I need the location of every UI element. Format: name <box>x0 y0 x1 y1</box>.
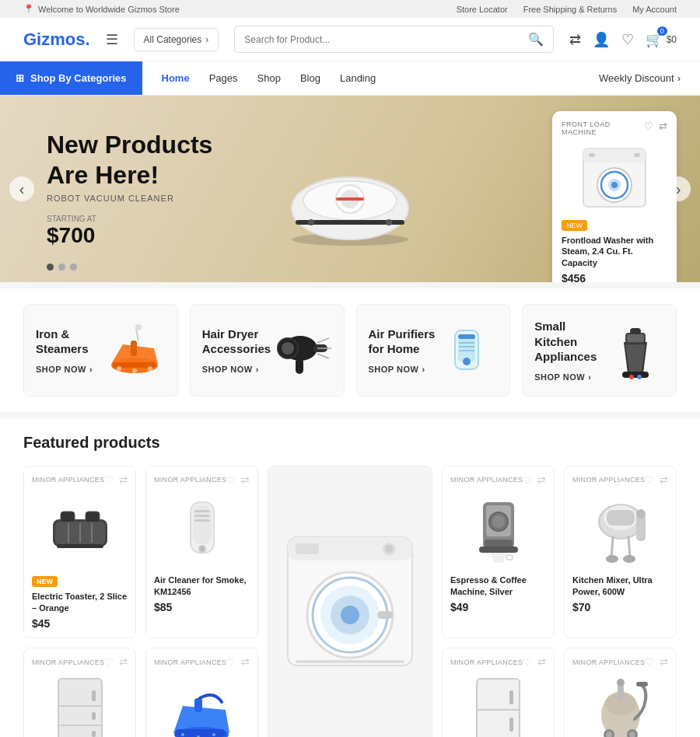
svg-rect-56 <box>57 544 103 548</box>
product-card-espresso[interactable]: MINOR APPLIANCES ♡ ⇄ <box>442 466 555 639</box>
svg-rect-7 <box>336 197 364 201</box>
svg-rect-65 <box>194 515 210 517</box>
svg-point-76 <box>341 606 359 624</box>
cat-link-kitchen[interactable]: SHOP NOW › <box>534 372 606 382</box>
prod-img-mixer <box>572 491 668 568</box>
cat-name-iron: Iron &Steamers <box>36 327 93 357</box>
dot-1[interactable] <box>47 264 54 271</box>
svg-point-95 <box>636 509 646 519</box>
cat-card-dryer[interactable]: Hair DryerAccessories SHOP NOW › <box>190 304 345 396</box>
exchange-icon-mixer[interactable]: ⇄ <box>660 474 668 486</box>
wishlist-icon-fridge3[interactable]: ♡ <box>104 656 114 668</box>
svg-rect-48 <box>630 328 641 334</box>
hero-card-badge: NEW <box>562 220 587 231</box>
category-dropdown[interactable]: All Categories › <box>134 28 219 51</box>
svg-rect-83 <box>485 540 513 547</box>
menu-icon[interactable]: ☰ <box>106 31 118 48</box>
exchange-icon[interactable]: ⇄ <box>569 31 581 48</box>
shop-by-categories-button[interactable]: ⊞ Shop By Categories <box>0 61 142 95</box>
nav-shop[interactable]: Shop <box>257 72 281 84</box>
product-card-vacuum[interactable]: MINOR APPLIANCES ♡ ⇄ <box>564 648 677 737</box>
hero-title: New ProductsAre Here! <box>47 130 212 190</box>
exchange-icon-toaster[interactable]: ⇄ <box>119 474 128 486</box>
cat-card-purifier[interactable]: Air Purifiersfor Home SHOP NOW › <box>356 304 511 396</box>
prod-name-mixer: Kitchen Mixer, Ultra Power, 600W <box>572 575 668 599</box>
exchange-icon-fridge2[interactable]: ⇄ <box>537 656 546 668</box>
prod-price-aircleaner: $85 <box>154 601 250 613</box>
category-grid: Iron &Steamers SHOP NOW › <box>23 304 677 396</box>
wishlist-icon-fridge2[interactable]: ♡ <box>523 656 532 668</box>
header: Gizmos. ☰ All Categories › 🔍 ⇄ 👤 ♡ 🛒0 $0 <box>0 18 700 61</box>
wishlist-icon-iron[interactable]: ♡ <box>226 656 236 668</box>
wishlist-icon-espresso[interactable]: ♡ <box>523 474 532 486</box>
cat-img-iron <box>103 319 166 381</box>
prod-icons-mixer: ♡ ⇄ <box>645 474 668 486</box>
nav-home[interactable]: Home <box>162 72 190 84</box>
search-input[interactable] <box>235 29 518 51</box>
prod-top-fridge3: MINOR APPLIANCES ♡ ⇄ <box>32 656 128 668</box>
cat-name-kitchen: Small KitchenAppliances <box>534 319 606 365</box>
product-card-washer[interactable]: SALE Front Load Washing Machine, 8kg $32… <box>268 466 432 738</box>
svg-rect-86 <box>506 555 513 560</box>
cat-img-dryer <box>271 319 333 381</box>
user-icon[interactable]: 👤 <box>593 31 610 48</box>
exchange-icon-iron[interactable]: ⇄ <box>241 656 250 668</box>
exchange-card-icon[interactable]: ⇄ <box>659 121 668 136</box>
prod-name-aircleaner: Air Cleaner for Smoke, KM12456 <box>154 575 250 599</box>
nav-landing[interactable]: Landing <box>340 72 376 84</box>
product-card-aircleaner[interactable]: MINOR APPLIANCES ♡ ⇄ Air Cleaner for Smo <box>145 466 258 639</box>
dot-2[interactable] <box>58 264 65 271</box>
nav-pages[interactable]: Pages <box>209 72 238 84</box>
svg-rect-43 <box>459 350 474 351</box>
store-locator[interactable]: Store Locator <box>457 5 508 14</box>
exchange-icon-espresso[interactable]: ⇄ <box>537 474 546 486</box>
nav-blog[interactable]: Blog <box>300 72 320 84</box>
cart-badge: 0 <box>657 26 667 36</box>
wishlist-icon-toaster[interactable]: ♡ <box>104 474 114 486</box>
hero-card-top: Front Load Machine ♡ ⇄ <box>562 121 667 136</box>
product-card-toaster[interactable]: MINOR APPLIANCES ♡ ⇄ NEW <box>23 466 136 639</box>
cat-card-kitchen[interactable]: Small KitchenAppliances SHOP NOW › <box>522 304 677 396</box>
wishlist-icon[interactable]: ♡ <box>621 31 634 48</box>
logo[interactable]: Gizmos. <box>23 30 90 50</box>
hero-next-button[interactable]: › <box>666 176 691 201</box>
prod-top-mixer: MINOR APPLIANCES ♡ ⇄ <box>572 474 668 486</box>
prod-label-vacuum: MINOR APPLIANCES <box>572 658 645 666</box>
svg-line-91 <box>628 537 630 558</box>
svg-point-16 <box>611 182 618 188</box>
product-card-fridge2[interactable]: MINOR APPLIANCES ♡ ⇄ 2 Door Fridge and F… <box>442 648 555 737</box>
product-card-fridge3[interactable]: MINOR APPLIANCES ♡ ⇄ 3 Door Fridge and F… <box>23 648 136 737</box>
svg-rect-18 <box>634 153 640 157</box>
wishlist-card-icon[interactable]: ♡ <box>644 121 654 136</box>
hero-prev-button[interactable]: ‹ <box>9 176 34 201</box>
prod-img-fridge3 <box>32 672 128 737</box>
wishlist-icon-vacuum[interactable]: ♡ <box>645 656 654 668</box>
my-account[interactable]: My Account <box>632 5 677 14</box>
search-button[interactable]: 🔍 <box>519 26 553 52</box>
cat-img-kitchen <box>607 319 664 381</box>
cat-link-iron[interactable]: SHOP NOW › <box>36 365 93 374</box>
product-card-mixer[interactable]: MINOR APPLIANCES ♡ ⇄ <box>564 466 677 639</box>
weekly-discount[interactable]: Weekly Discount › <box>579 61 700 95</box>
prod-icons-toaster: ♡ ⇄ <box>104 474 128 486</box>
cart-icon[interactable]: 🛒0 $0 <box>646 31 677 48</box>
category-section: Iron &Steamers SHOP NOW › <box>0 288 700 412</box>
exchange-icon-fridge3[interactable]: ⇄ <box>119 656 128 668</box>
svg-rect-66 <box>194 519 210 522</box>
cat-card-iron[interactable]: Iron &Steamers SHOP NOW › <box>23 304 178 396</box>
cat-link-purifier[interactable]: SHOP NOW › <box>369 365 436 374</box>
dot-3[interactable] <box>70 264 77 271</box>
svg-line-26 <box>136 329 138 341</box>
product-card-iron[interactable]: MINOR APPLIANCES ♡ ⇄ <box>145 648 258 737</box>
exchange-icon-vacuum[interactable]: ⇄ <box>660 656 668 668</box>
prod-label-mixer: MINOR APPLIANCES <box>572 476 645 484</box>
shipping-info[interactable]: Free Shipping & Returns <box>523 5 617 14</box>
wishlist-icon-mixer[interactable]: ♡ <box>645 474 654 486</box>
exchange-icon-aircleaner[interactable]: ⇄ <box>241 474 250 486</box>
wishlist-icon-aircleaner[interactable]: ♡ <box>226 474 236 486</box>
cat-link-dryer[interactable]: SHOP NOW › <box>202 365 271 374</box>
svg-line-34 <box>317 338 329 343</box>
prod-label-espresso: MINOR APPLIANCES <box>450 476 523 484</box>
prod-top-vacuum: MINOR APPLIANCES ♡ ⇄ <box>572 656 668 668</box>
chevron-right-icon: › <box>205 34 208 45</box>
